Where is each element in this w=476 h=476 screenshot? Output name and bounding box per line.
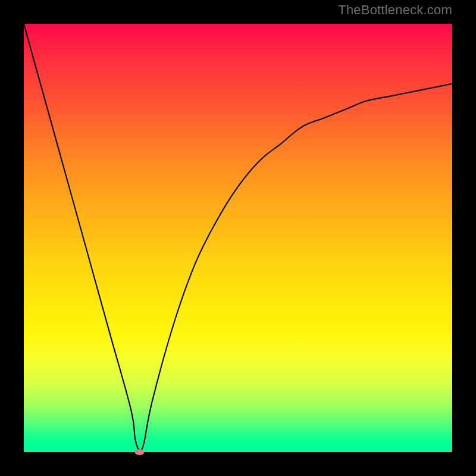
- bottleneck-curve-right: [139, 84, 452, 452]
- watermark-text: TheBottleneck.com: [338, 2, 452, 18]
- chart-frame: TheBottleneck.com: [0, 0, 476, 476]
- curve-svg: [24, 24, 452, 452]
- plot-area: [24, 24, 452, 452]
- bottleneck-curve-left: [24, 24, 139, 452]
- optimum-marker: [134, 449, 144, 455]
